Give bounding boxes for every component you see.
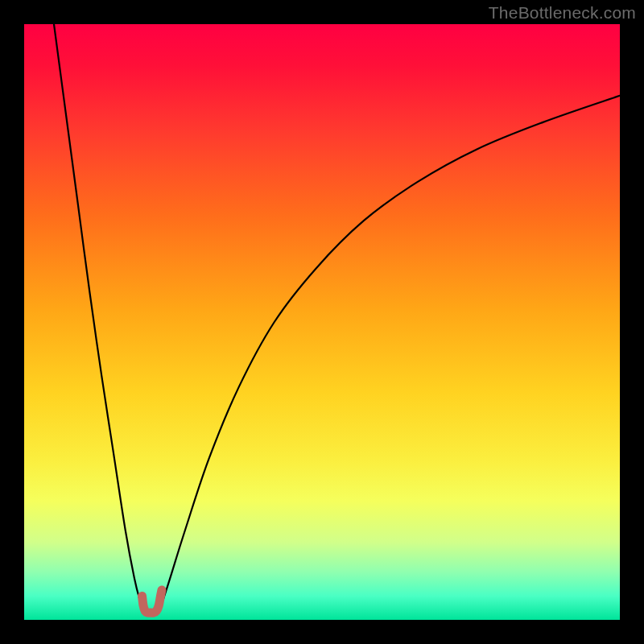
- chart-svg: [24, 24, 620, 620]
- trough-marker: [142, 590, 162, 613]
- watermark-text: TheBottleneck.com: [489, 3, 636, 23]
- chart-frame: TheBottleneck.com: [0, 0, 644, 644]
- curve-right-branch: [155, 96, 620, 613]
- curve-left-branch: [54, 24, 147, 613]
